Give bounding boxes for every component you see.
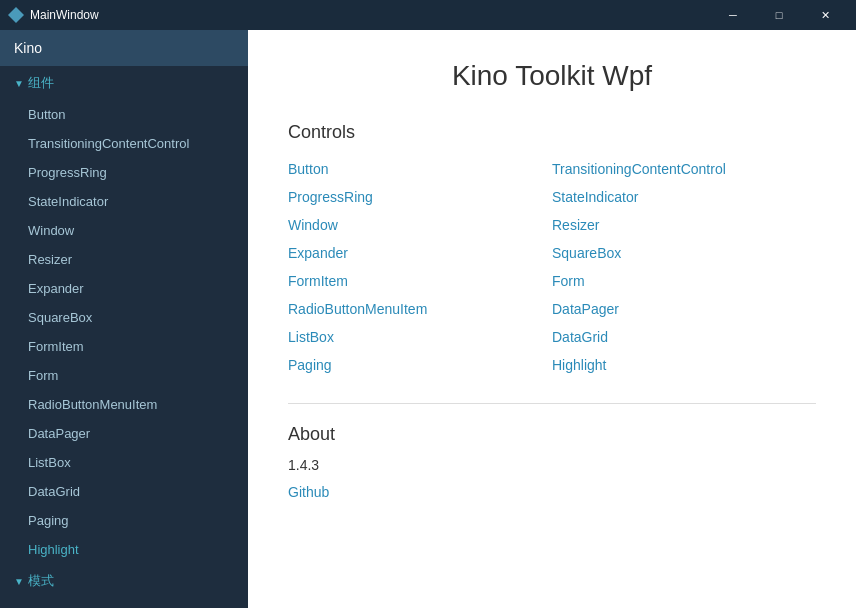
sidebar-section-modes-label: 模式 xyxy=(28,572,54,590)
sidebar: Kino ▼ 组件 Button TransitioningContentCon… xyxy=(0,30,248,608)
control-link-stateindicator[interactable]: StateIndicator xyxy=(552,189,816,205)
github-link[interactable]: Github xyxy=(288,484,329,500)
main-layout: Kino ▼ 组件 Button TransitioningContentCon… xyxy=(0,30,856,608)
controls-section-title: Controls xyxy=(288,122,816,143)
sidebar-item-expander[interactable]: Expander xyxy=(0,274,248,303)
sidebar-item-window[interactable]: Window xyxy=(0,216,248,245)
sidebar-item-highlight[interactable]: Highlight xyxy=(0,535,248,564)
control-link-transitioningcontentcontrol[interactable]: TransitioningContentControl xyxy=(552,161,816,177)
controls-grid: Button TransitioningContentControl Progr… xyxy=(288,161,816,373)
sidebar-section-modes[interactable]: ▼ 模式 xyxy=(0,564,248,598)
sidebar-item-radiobuttonmenuitem[interactable]: RadioButtonMenuItem xyxy=(0,390,248,419)
control-link-radiobuttonmenuitem[interactable]: RadioButtonMenuItem xyxy=(288,301,552,317)
maximize-button[interactable]: □ xyxy=(756,0,802,30)
page-title: Kino Toolkit Wpf xyxy=(288,60,816,92)
sidebar-section-modes-items: Sign in/Sign Up Curd xyxy=(0,598,248,608)
collapse-arrow-components: ▼ xyxy=(14,78,24,89)
about-version: 1.4.3 xyxy=(288,457,816,473)
control-link-formitem[interactable]: FormItem xyxy=(288,273,552,289)
window-controls: ─ □ ✕ xyxy=(710,0,848,30)
control-link-datagrid[interactable]: DataGrid xyxy=(552,329,816,345)
sidebar-item-kino[interactable]: Kino xyxy=(0,30,248,66)
minimize-button[interactable]: ─ xyxy=(710,0,756,30)
control-link-button[interactable]: Button xyxy=(288,161,552,177)
app-icon xyxy=(8,7,24,23)
sidebar-item-datagrid[interactable]: DataGrid xyxy=(0,477,248,506)
sidebar-item-stateindicator[interactable]: StateIndicator xyxy=(0,187,248,216)
control-link-datapager[interactable]: DataPager xyxy=(552,301,816,317)
control-link-resizer[interactable]: Resizer xyxy=(552,217,816,233)
sidebar-item-resizer[interactable]: Resizer xyxy=(0,245,248,274)
titlebar-title: MainWindow xyxy=(30,8,710,22)
sidebar-item-formitem[interactable]: FormItem xyxy=(0,332,248,361)
close-button[interactable]: ✕ xyxy=(802,0,848,30)
sidebar-item-datapager[interactable]: DataPager xyxy=(0,419,248,448)
sidebar-item-button[interactable]: Button xyxy=(0,100,248,129)
content-area: Kino Toolkit Wpf Controls Button Transit… xyxy=(248,30,856,608)
control-link-form[interactable]: Form xyxy=(552,273,816,289)
titlebar: MainWindow ─ □ ✕ xyxy=(0,0,856,30)
sidebar-item-progressring[interactable]: ProgressRing xyxy=(0,158,248,187)
sidebar-item-signin-signup[interactable]: Sign in/Sign Up xyxy=(0,598,248,608)
section-divider xyxy=(288,403,816,404)
sidebar-item-paging[interactable]: Paging xyxy=(0,506,248,535)
sidebar-item-transitioningcontentcontrol[interactable]: TransitioningContentControl xyxy=(0,129,248,158)
control-link-progressring[interactable]: ProgressRing xyxy=(288,189,552,205)
control-link-squarebox[interactable]: SquareBox xyxy=(552,245,816,261)
control-link-window[interactable]: Window xyxy=(288,217,552,233)
sidebar-section-components-label: 组件 xyxy=(28,74,54,92)
control-link-paging[interactable]: Paging xyxy=(288,357,552,373)
control-link-listbox[interactable]: ListBox xyxy=(288,329,552,345)
sidebar-section-components[interactable]: ▼ 组件 xyxy=(0,66,248,100)
control-link-highlight[interactable]: Highlight xyxy=(552,357,816,373)
sidebar-item-listbox[interactable]: ListBox xyxy=(0,448,248,477)
collapse-arrow-modes: ▼ xyxy=(14,576,24,587)
control-link-expander[interactable]: Expander xyxy=(288,245,552,261)
sidebar-item-squarebox[interactable]: SquareBox xyxy=(0,303,248,332)
sidebar-item-form[interactable]: Form xyxy=(0,361,248,390)
about-section-title: About xyxy=(288,424,816,445)
sidebar-section-components-items: Button TransitioningContentControl Progr… xyxy=(0,100,248,564)
